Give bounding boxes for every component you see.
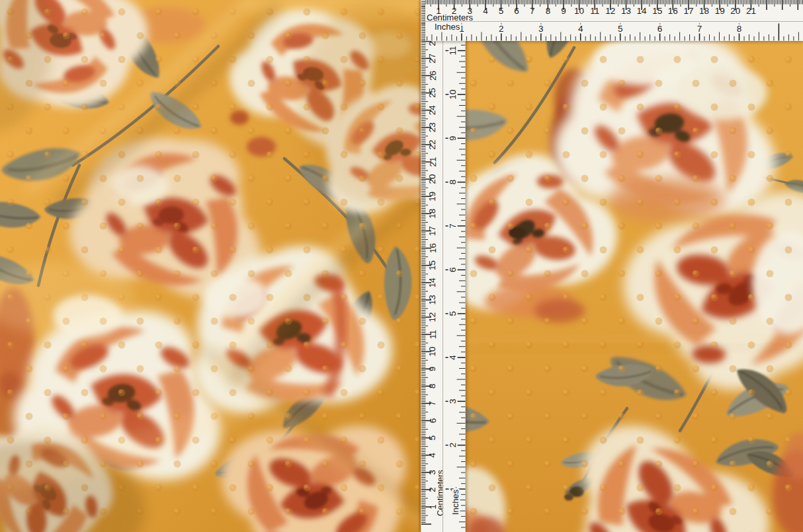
v-inch-number: 3 bbox=[448, 399, 458, 404]
right-fabric-panel bbox=[411, 0, 803, 532]
v-inch-number: 7 bbox=[448, 223, 458, 229]
vertical-ruler: 1234567891011121314151617181920212223242… bbox=[421, 0, 466, 532]
h-cm-number: 19 bbox=[715, 6, 725, 16]
h-cm-number: 11 bbox=[590, 6, 599, 16]
v-cm-number: 14 bbox=[428, 278, 438, 288]
v-inch-number: 5 bbox=[448, 311, 458, 317]
v-cm-number: 12 bbox=[428, 312, 438, 322]
h-cm-number: 20 bbox=[730, 6, 740, 16]
v-cm-number: 4 bbox=[428, 452, 438, 457]
v-cm-label: Centimeters bbox=[435, 469, 445, 516]
h-cm-number: 9 bbox=[561, 6, 566, 16]
v-cm-number: 16 bbox=[428, 243, 438, 253]
v-cm-number: 9 bbox=[428, 366, 438, 371]
h-inch-label: Inches bbox=[435, 22, 460, 32]
h-cm-label: Centimeters bbox=[427, 13, 474, 22]
h-cm-number: 4 bbox=[483, 6, 488, 16]
v-cm-number: 13 bbox=[428, 295, 438, 305]
h-cm-number: 17 bbox=[683, 6, 693, 16]
v-inch-number: 8 bbox=[448, 180, 458, 185]
h-inch-number: 6 bbox=[657, 24, 663, 34]
h-cm-number: 21 bbox=[746, 6, 756, 16]
v-inch-number: 6 bbox=[448, 268, 458, 273]
fabric-artwork bbox=[0, 0, 803, 532]
v-cm-number: 19 bbox=[428, 192, 438, 202]
h-cm-number: 10 bbox=[574, 6, 584, 16]
v-inch-number: 9 bbox=[448, 135, 458, 141]
v-inch-label: Inches bbox=[450, 489, 460, 515]
v-inch-number: 4 bbox=[448, 355, 458, 360]
v-cm-number: 6 bbox=[428, 418, 438, 424]
horizontal-ruler: 123456789101112131415161718192021Centime… bbox=[425, 0, 803, 41]
fabric-photo-stage: 1234567891011121314151617181920212223242… bbox=[0, 0, 803, 532]
v-inch-number: 2 bbox=[448, 443, 458, 448]
v-cm-number: 15 bbox=[428, 260, 438, 270]
v-cm-number: 22 bbox=[428, 139, 438, 149]
h-cm-number: 5 bbox=[499, 6, 504, 16]
vertical-ruler-scale: 1234567891011121314151617181920212223242… bbox=[421, 0, 466, 532]
h-inch-number: 3 bbox=[538, 24, 544, 34]
horizontal-ruler-scale: 123456789101112131415161718192021Centime… bbox=[425, 0, 803, 41]
v-cm-number: 25 bbox=[428, 88, 438, 98]
v-cm-number: 17 bbox=[428, 226, 438, 236]
v-cm-number: 7 bbox=[428, 401, 438, 406]
h-cm-number: 6 bbox=[514, 6, 519, 16]
v-cm-number: 5 bbox=[428, 436, 438, 441]
h-inch-number: 7 bbox=[697, 24, 702, 34]
h-cm-number: 13 bbox=[621, 6, 631, 16]
h-inch-number: 4 bbox=[578, 24, 583, 34]
h-inch-number: 2 bbox=[499, 24, 504, 34]
v-cm-number: 11 bbox=[428, 330, 438, 339]
v-cm-number: 24 bbox=[428, 105, 438, 116]
h-cm-number: 16 bbox=[668, 6, 678, 16]
v-inch-number: 10 bbox=[448, 89, 458, 99]
h-cm-number: 18 bbox=[699, 6, 709, 16]
v-cm-number: 21 bbox=[428, 157, 438, 167]
v-cm-number: 27 bbox=[428, 54, 438, 63]
v-cm-number: 18 bbox=[428, 209, 438, 219]
h-cm-number: 14 bbox=[637, 6, 648, 16]
v-cm-number: 8 bbox=[428, 384, 438, 389]
h-cm-number: 8 bbox=[546, 6, 551, 16]
h-inch-number: 5 bbox=[618, 24, 623, 34]
h-inch-tick-marks bbox=[427, 24, 803, 41]
v-cm-number: 10 bbox=[428, 347, 438, 357]
h-cm-number: 7 bbox=[530, 6, 535, 16]
v-cm-number: 26 bbox=[428, 71, 438, 81]
v-inch-number: 11 bbox=[448, 46, 458, 56]
h-inch-number: 8 bbox=[737, 24, 742, 34]
h-cm-number: 15 bbox=[652, 6, 662, 16]
left-fabric-panel bbox=[0, 0, 481, 532]
v-cm-number: 20 bbox=[428, 174, 438, 184]
v-cm-number: 23 bbox=[428, 122, 438, 132]
v-inch-tick-marks bbox=[446, 1, 466, 527]
h-cm-number: 12 bbox=[605, 6, 615, 16]
